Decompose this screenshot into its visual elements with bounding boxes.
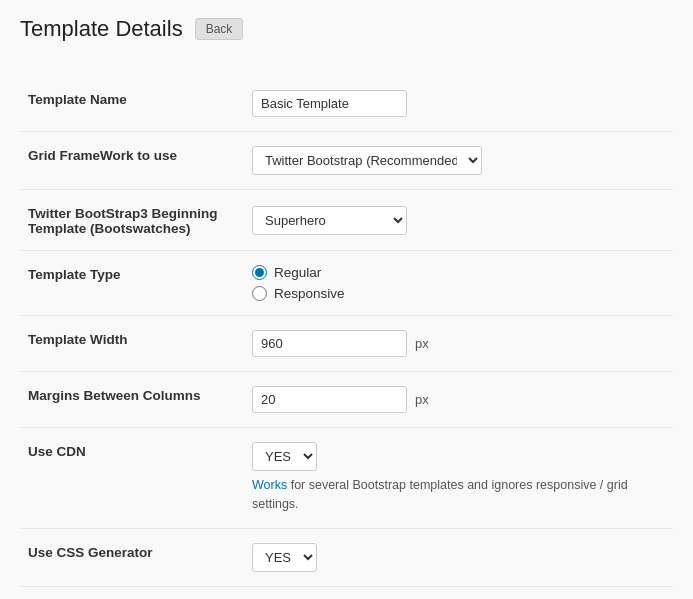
template-name-row: Template Name <box>20 76 673 132</box>
page-title: Template Details <box>20 16 183 42</box>
grid-framework-select[interactable]: Twitter Bootstrap (Recommended)Foundatio… <box>252 146 482 175</box>
margins-row-inner: px <box>252 386 665 413</box>
template-type-row: Template Type Regular Responsive <box>20 251 673 316</box>
page-container: Template Details Back Template Name Grid… <box>0 0 693 599</box>
radio-regular-text: Regular <box>274 265 321 280</box>
margins-row: Margins Between Columns px <box>20 372 673 428</box>
radio-responsive[interactable] <box>252 286 267 301</box>
use-css-generator-row: Use CSS Generator YESNO <box>20 528 673 586</box>
margins-label: Margins Between Columns <box>20 372 240 428</box>
grid-framework-row: Grid FrameWork to use Twitter Bootstrap … <box>20 132 673 190</box>
page-header: Template Details Back <box>20 16 673 52</box>
template-width-input[interactable] <box>252 330 407 357</box>
css-generator-select[interactable]: YESNO <box>252 543 317 572</box>
cdn-works-link[interactable]: Works <box>252 478 287 492</box>
radio-regular[interactable] <box>252 265 267 280</box>
template-width-cell: px <box>240 316 673 372</box>
template-width-label: Template Width <box>20 316 240 372</box>
back-button[interactable]: Back <box>195 18 244 40</box>
margins-cell: px <box>240 372 673 428</box>
template-width-row-inner: px <box>252 330 665 357</box>
grid-framework-cell: Twitter Bootstrap (Recommended)Foundatio… <box>240 132 673 190</box>
use-css-generator-cell: YESNO <box>240 528 673 586</box>
template-name-label: Template Name <box>20 76 240 132</box>
radio-regular-label[interactable]: Regular <box>252 265 665 280</box>
bootstrap-template-cell: SuperheroDefaultCeruleanCosmoCyborgDarkl… <box>240 190 673 251</box>
form-table: Template Name Grid FrameWork to use Twit… <box>20 76 673 587</box>
use-cdn-cell: YESNO Works for several Bootstrap templa… <box>240 428 673 529</box>
template-width-row: Template Width px <box>20 316 673 372</box>
use-css-generator-label: Use CSS Generator <box>20 528 240 586</box>
template-name-input[interactable] <box>252 90 407 117</box>
template-width-unit: px <box>415 336 429 351</box>
margins-unit: px <box>415 392 429 407</box>
template-type-label: Template Type <box>20 251 240 316</box>
template-type-radio-group: Regular Responsive <box>252 265 665 301</box>
radio-responsive-text: Responsive <box>274 286 345 301</box>
margins-input[interactable] <box>252 386 407 413</box>
grid-framework-label: Grid FrameWork to use <box>20 132 240 190</box>
cdn-description: Works for several Bootstrap templates an… <box>252 476 652 514</box>
template-name-cell <box>240 76 673 132</box>
bootstrap-template-label: Twitter BootStrap3 Beginning Template (B… <box>20 190 240 251</box>
cdn-select[interactable]: YESNO <box>252 442 317 471</box>
bootstrap-template-row: Twitter BootStrap3 Beginning Template (B… <box>20 190 673 251</box>
radio-responsive-label[interactable]: Responsive <box>252 286 665 301</box>
template-type-cell: Regular Responsive <box>240 251 673 316</box>
use-cdn-label: Use CDN <box>20 428 240 529</box>
cdn-description-text: for several Bootstrap templates and igno… <box>252 478 628 511</box>
bootstrap-template-select[interactable]: SuperheroDefaultCeruleanCosmoCyborgDarkl… <box>252 206 407 235</box>
use-cdn-row: Use CDN YESNO Works for several Bootstra… <box>20 428 673 529</box>
